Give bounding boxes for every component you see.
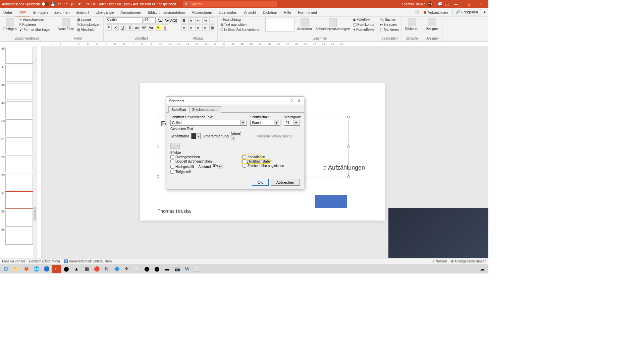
tab-spacing[interactable]: Zeichenabstand — [189, 106, 221, 113]
slide-thumbnail[interactable]: 52 — [1, 156, 36, 172]
tab-bildschirmpraesentation[interactable]: Bildschirmpräsentation — [145, 8, 189, 16]
font-size-select[interactable]: 24 — [144, 17, 156, 23]
close-button[interactable]: ✕ — [474, 0, 486, 8]
smartart-button[interactable]: ⬡ In SmartArt konvertieren — [220, 27, 261, 32]
ribbon-options-icon[interactable]: ⬚ — [443, 1, 450, 7]
redo-icon[interactable]: ↷ — [63, 1, 69, 7]
minimize-button[interactable]: — — [450, 0, 462, 8]
section-button[interactable]: ▤ Abschnitt — [76, 27, 101, 32]
highlight-button[interactable]: ✎ — [155, 24, 161, 31]
help-icon[interactable]: ? — [289, 99, 294, 103]
strike-checkbox[interactable]: Durchgestrichen — [170, 155, 226, 159]
horizontal-ruler[interactable]: 2112345678910111213141516171819202122232… — [0, 42, 488, 46]
paste-button[interactable]: Einfügen — [2, 18, 18, 32]
vertical-ruler[interactable] — [37, 46, 42, 258]
slide-thumbnail[interactable]: 51 — [1, 137, 36, 154]
slide-counter[interactable]: Folie 54 von 60 — [2, 259, 25, 263]
bold-button[interactable]: F — [106, 24, 112, 31]
notes-button[interactable]: 📝 Notizen — [431, 259, 447, 263]
tab-animationen[interactable]: Animationen — [117, 8, 144, 16]
powerpoint-icon[interactable]: P — [52, 265, 61, 273]
slide-thumbnail[interactable]: 56 — [1, 228, 36, 245]
search-input[interactable]: 🔍 Suchen — [183, 1, 277, 7]
grow-font-button[interactable]: A▴ — [157, 17, 163, 23]
select-button[interactable]: ⬚ Markieren — [379, 27, 399, 32]
slide-thumbnail[interactable]: 55 — [1, 210, 36, 227]
tab-uebergaenge[interactable]: Übergänge — [92, 8, 117, 16]
align-left-button[interactable]: ≡ — [181, 24, 187, 31]
tab-einfuegen[interactable]: Einfügen — [30, 8, 51, 16]
slide-thumbnail[interactable]: 49 — [1, 101, 36, 118]
close-icon[interactable]: ✕ — [297, 99, 301, 103]
thumbs-scrollbar[interactable] — [33, 46, 37, 258]
ok-button[interactable]: OK — [252, 179, 269, 186]
line-spacing-button[interactable]: ↕ — [209, 17, 215, 23]
account-button[interactable]: Thomas Hruska TH — [401, 1, 433, 7]
maximize-button[interactable]: ▢ — [462, 0, 474, 8]
app-icon[interactable]: ⬤ — [152, 265, 162, 273]
app-icon[interactable]: 🔴 — [92, 265, 101, 273]
shape-rectangle[interactable] — [315, 195, 347, 208]
telegram-icon[interactable]: ✈ — [122, 265, 131, 273]
firefox-icon[interactable]: 🦊 — [21, 265, 31, 273]
undo-icon[interactable]: ↶ — [56, 1, 63, 7]
font-color-button[interactable]: ▼ — [191, 133, 201, 139]
font-color-button[interactable]: A — [162, 24, 168, 31]
app-icon[interactable]: ▦ — [82, 265, 91, 273]
dblstrike-checkbox[interactable]: Doppelt durchgestrichen — [170, 160, 226, 163]
clear-format-button[interactable]: A⌫ — [171, 17, 177, 23]
arrange-button[interactable]: Anordnen — [296, 18, 313, 32]
slide-thumbnail[interactable]: 47 — [1, 65, 36, 82]
cancel-button[interactable]: Abbrechen — [271, 179, 300, 186]
autosave-toggle[interactable]: Automatisches Speichern — [2, 2, 49, 6]
offset-input[interactable]: 0%▴▾ — [213, 164, 226, 169]
new-slide-button[interactable]: Neue Folie — [56, 18, 75, 32]
font-style-select[interactable]: Standard▼ — [250, 120, 280, 126]
slide-thumbnail[interactable]: 48 — [1, 83, 36, 100]
tab-font[interactable]: Schriftart — [168, 106, 189, 113]
allcaps-checkbox[interactable]: Großbuchstaben — [243, 160, 284, 163]
document-title[interactable]: PPT 01 Roter Faden 001.pptx • Auf "diese… — [86, 2, 176, 6]
slide-thumbnail[interactable]: 50 — [1, 119, 36, 136]
font-family-select[interactable]: Calibri — [106, 17, 143, 23]
language-indicator[interactable]: Deutsch (Österreich) — [29, 259, 60, 263]
align-text-button[interactable]: ▤ Text ausrichten — [220, 22, 261, 27]
numbering-button[interactable]: ≡ — [188, 17, 194, 23]
dictate-button[interactable]: Diktieren — [404, 17, 420, 31]
underline-select[interactable]: (ohne)▼ — [231, 131, 254, 141]
justify-button[interactable]: ≡ — [202, 24, 208, 31]
save-icon[interactable]: 💾 — [49, 1, 56, 7]
format-painter-button[interactable]: 🖌 Format übertragen — [19, 27, 52, 32]
qat-dropdown-icon[interactable]: ▾ — [76, 1, 83, 7]
find-button[interactable]: 🔍 Suchen — [379, 17, 399, 22]
increase-indent-button[interactable]: ⇥ — [202, 17, 208, 23]
layout-button[interactable]: ▦ Layout — [76, 17, 101, 22]
cut-button[interactable]: ✂ Ausschneiden — [19, 17, 52, 22]
tab-ueberpruefen[interactable]: Überprüfen — [215, 8, 240, 16]
quick-styles-button[interactable]: Schnellformat-vorlagen — [314, 18, 351, 32]
shadow-button[interactable]: ab — [134, 24, 140, 31]
subscript-checkbox[interactable]: Tiefgestellt — [170, 170, 226, 174]
edge-icon[interactable]: 🔵 — [42, 265, 51, 273]
shape-outline-button[interactable]: ◯ Formkontur — [352, 22, 375, 27]
tab-aufzeichnen[interactable]: Aufzeichnen — [189, 8, 216, 16]
coming-soon-icon[interactable]: 💬 — [437, 1, 443, 7]
shapes-gallery[interactable] — [265, 18, 295, 32]
align-center-button[interactable]: ≡ — [188, 24, 194, 31]
chrome-icon[interactable]: 🌐 — [32, 265, 41, 273]
tab-hilfe[interactable]: Hilfe — [280, 8, 294, 16]
decrease-indent-button[interactable]: ⇤ — [195, 17, 201, 23]
record-button[interactable]: Aufzeichnen — [422, 10, 450, 15]
copy-button[interactable]: ⎘ Kopieren — [19, 22, 52, 27]
app-icon[interactable]: ⬜ — [132, 265, 142, 273]
latin-font-select[interactable]: Calibri▼ — [170, 120, 247, 126]
italic-button[interactable]: K — [113, 24, 119, 31]
case-button[interactable]: Aa — [148, 24, 154, 31]
reset-button[interactable]: ↻ Zurücksetzen — [76, 22, 101, 27]
tab-entwurf[interactable]: Entwurf — [73, 8, 92, 16]
align-right-button[interactable]: ≡ — [195, 24, 201, 31]
shape-fill-button[interactable]: ◉ Fülleffekt — [352, 17, 375, 22]
columns-button[interactable]: ▥ — [209, 24, 215, 31]
tab-dictation[interactable]: Dictation — [259, 8, 280, 16]
vlc-icon[interactable]: ▲ — [72, 265, 81, 273]
